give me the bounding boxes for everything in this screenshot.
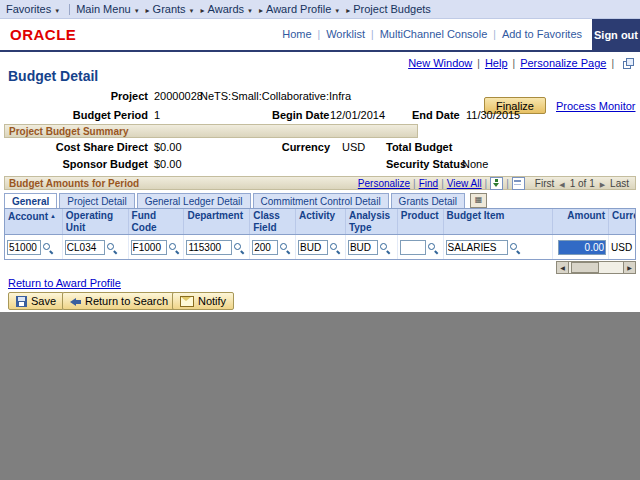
return-to-search-label: Return to Search — [85, 295, 168, 307]
column-label: Budget Item — [447, 210, 505, 221]
view-all-link[interactable]: View All — [447, 178, 482, 189]
breadcrumb: Favorites Main Menu Grants Awards Award … — [0, 0, 640, 19]
scrollbar-track[interactable] — [569, 261, 623, 274]
scroll-left-button[interactable] — [556, 261, 569, 274]
project-description: NeTS:Small:Collaborative:Infra — [200, 90, 351, 102]
grid-header-row: Account Operating Unit Fund Code Departm… — [4, 208, 636, 235]
class-field-input[interactable] — [252, 240, 278, 255]
show-all-columns-button[interactable] — [470, 193, 487, 208]
chevron-down-icon — [331, 3, 340, 15]
first-link[interactable]: First — [535, 178, 554, 189]
worklist-link[interactable]: Worklist — [326, 28, 365, 40]
column-header-budget-item[interactable]: Budget Item — [444, 209, 554, 234]
multichannel-console-link[interactable]: MultiChannel Console — [380, 28, 488, 40]
breadcrumb-grants[interactable]: Grants — [153, 3, 195, 15]
lookup-icon[interactable] — [379, 242, 390, 253]
breadcrumb-awards[interactable]: Awards — [208, 3, 253, 15]
lookup-icon[interactable] — [279, 242, 290, 253]
column-header-fund-code[interactable]: Fund Code — [129, 209, 185, 234]
new-window-link[interactable]: New Window — [408, 57, 472, 69]
section-title: Budget Amounts for Period — [9, 178, 139, 189]
save-button[interactable]: Save — [8, 292, 64, 310]
return-to-search-button[interactable]: Return to Search — [62, 292, 176, 310]
column-header-amount[interactable]: Amount — [553, 209, 609, 234]
tab-project-detail[interactable]: Project Detail — [59, 193, 134, 208]
lookup-icon[interactable] — [168, 242, 179, 253]
separator — [312, 28, 327, 40]
process-monitor-link[interactable]: Process Monitor — [556, 100, 635, 112]
column-header-class-field[interactable]: Class Field — [250, 209, 296, 234]
tab-general-ledger-detail[interactable]: General Ledger Detail — [137, 193, 251, 208]
notify-button[interactable]: Notify — [172, 292, 234, 310]
breadcrumb-favorites[interactable]: Favorites — [6, 3, 60, 15]
breadcrumb-label: Favorites — [6, 3, 51, 15]
grid-tabs: General Project Detail General Ledger De… — [4, 193, 487, 208]
add-to-favorites-link[interactable]: Add to Favorites — [502, 28, 582, 40]
breadcrumb-label: Award Profile — [266, 3, 331, 15]
next-row-icon[interactable] — [597, 178, 608, 189]
scrollbar-thumb[interactable] — [571, 262, 599, 273]
cost-share-direct-label: Cost Share Direct — [8, 141, 148, 153]
download-grid-icon[interactable] — [490, 177, 503, 190]
tab-grants-detail[interactable]: Grants Detail — [391, 193, 465, 208]
column-header-department[interactable]: Department — [184, 209, 250, 234]
column-header-analysis-type[interactable]: Analysis Type — [346, 209, 398, 234]
analysis-type-cell — [346, 235, 398, 259]
column-header-account[interactable]: Account — [5, 209, 63, 234]
page-title: Budget Detail — [8, 68, 98, 84]
personalize-link[interactable]: Personalize — [358, 178, 410, 189]
breadcrumb-project-budgets[interactable]: Project Budgets — [353, 3, 431, 15]
separator — [508, 57, 521, 69]
amount-input[interactable] — [558, 240, 606, 255]
lookup-icon[interactable] — [42, 242, 53, 253]
return-to-award-profile-link[interactable]: Return to Award Profile — [8, 277, 121, 289]
activity-input[interactable] — [298, 240, 328, 255]
tab-commitment-control-detail[interactable]: Commitment Control Detail — [253, 193, 389, 208]
lookup-icon[interactable] — [233, 242, 244, 253]
cost-share-direct-value: $0.00 — [154, 141, 182, 153]
section-title: Project Budget Summary — [9, 126, 128, 137]
home-link[interactable]: Home — [282, 28, 311, 40]
product-input[interactable] — [400, 240, 426, 255]
project-value: 20000028 — [154, 90, 203, 102]
budget-item-input[interactable] — [446, 240, 508, 255]
lookup-icon[interactable] — [329, 242, 340, 253]
department-cell — [184, 235, 250, 259]
last-link[interactable]: Last — [610, 178, 629, 189]
breadcrumb-award-profile[interactable]: Award Profile — [266, 3, 340, 15]
operating-unit-input[interactable] — [65, 240, 105, 255]
breadcrumb-main-menu[interactable]: Main Menu — [76, 3, 139, 15]
zoom-grid-icon[interactable] — [512, 177, 525, 190]
previous-row-icon[interactable] — [556, 178, 567, 189]
sponsor-budget-value: $0.00 — [154, 158, 182, 170]
fund-code-cell — [129, 235, 185, 259]
separator — [482, 178, 491, 189]
account-input[interactable] — [7, 240, 41, 255]
header-divider — [0, 50, 640, 52]
help-link[interactable]: Help — [485, 57, 508, 69]
tab-general[interactable]: General — [4, 193, 57, 208]
find-link[interactable]: Find — [419, 178, 438, 189]
column-header-operating-unit[interactable]: Operating Unit — [63, 209, 129, 234]
column-header-product[interactable]: Product — [398, 209, 444, 234]
column-label: Activity — [299, 210, 335, 221]
column-header-activity[interactable]: Activity — [296, 209, 346, 234]
lookup-icon[interactable] — [106, 242, 117, 253]
currency-cell: USD — [609, 235, 635, 259]
sponsor-budget-label: Sponsor Budget — [8, 158, 148, 170]
lookup-icon[interactable] — [509, 242, 520, 253]
column-label: Fund Code — [132, 210, 157, 233]
analysis-type-input[interactable] — [348, 240, 378, 255]
lookup-icon[interactable] — [427, 242, 438, 253]
personalize-page-link[interactable]: Personalize Page — [520, 57, 606, 69]
separator — [69, 4, 70, 15]
copy-url-icon[interactable] — [623, 58, 634, 69]
sign-out-button[interactable]: Sign out — [592, 19, 640, 50]
scroll-right-button[interactable] — [623, 261, 636, 274]
column-label: Curren — [612, 210, 635, 221]
fund-code-input[interactable] — [131, 240, 167, 255]
department-input[interactable] — [186, 240, 232, 255]
security-status-label: Security Status — [386, 158, 466, 170]
separator — [365, 28, 380, 40]
column-header-currency[interactable]: Curren — [609, 209, 635, 234]
